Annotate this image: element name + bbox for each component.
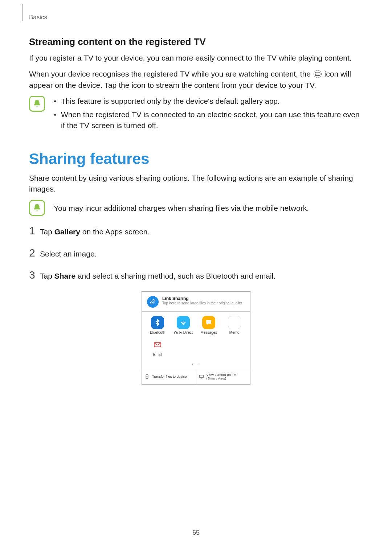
share-option-wifi-direct[interactable]: Wi-Fi Direct	[171, 316, 196, 335]
step-1-text: Tap Gallery on the Apps screen.	[40, 226, 150, 237]
smart-view-label-2: (Smart View)	[207, 377, 236, 380]
step-2-pre: Select an image.	[40, 250, 97, 258]
paragraph-sharing-intro: Share content by using various sharing o…	[29, 173, 363, 195]
paragraph-register-tv: If you register a TV to your device, you…	[29, 53, 363, 63]
svg-rect-2	[154, 342, 161, 347]
wifi-icon	[177, 316, 190, 329]
transfer-files-button[interactable]: Transfer files to device	[142, 369, 196, 384]
step-3-pre: Tap	[40, 272, 54, 280]
paragraph-icon-appear: When your device recognises the register…	[29, 69, 363, 91]
share-grid: Bluetooth Wi-Fi Direct Messages Memo	[142, 312, 250, 362]
note-item-socket: When the registered TV is connected to a…	[54, 109, 363, 131]
note-list: This feature is supported only by the de…	[54, 96, 363, 133]
step-number: 3	[29, 269, 40, 281]
step-2: 2 Select an image.	[29, 247, 363, 259]
tv-icon	[199, 374, 204, 379]
heading-sharing-features: Sharing features	[29, 150, 363, 168]
note-block-charges: You may incur additional charges when sh…	[29, 200, 363, 216]
bell-icon	[29, 96, 45, 112]
bluetooth-icon	[151, 316, 164, 329]
step-number: 1	[29, 225, 40, 237]
share-panel-figure: Link Sharing Tap here to send large file…	[142, 291, 250, 385]
share-label: Email	[145, 353, 171, 357]
share-label: Memo	[222, 331, 248, 335]
share-link-sharing-row[interactable]: Link Sharing Tap here to send large file…	[142, 292, 250, 312]
share-label: Bluetooth	[145, 331, 171, 335]
cast-icon	[314, 70, 322, 78]
step-1: 1 Tap Gallery on the Apps screen.	[29, 225, 363, 237]
step-1-bold: Gallery	[54, 227, 80, 236]
share-option-email[interactable]: Email	[145, 338, 171, 357]
smart-view-button[interactable]: View content on TV (Smart View)	[196, 369, 250, 384]
page-dots: ● ○	[142, 362, 250, 369]
share-option-memo[interactable]: Memo	[222, 316, 248, 335]
share-label: Wi-Fi Direct	[171, 331, 196, 335]
share-bottom-row: Transfer files to device View content on…	[142, 369, 250, 384]
step-2-text: Select an image.	[40, 249, 97, 259]
header-divider	[22, 4, 23, 21]
note-item-gallery: This feature is supported only by the de…	[54, 96, 363, 107]
paragraph-icon-appear-pre: When your device recognises the register…	[29, 70, 313, 78]
page-number: 65	[0, 529, 392, 537]
breadcrumb: Basics	[29, 14, 363, 21]
page-content: Basics Streaming content on the register…	[0, 0, 392, 385]
share-option-messages[interactable]: Messages	[196, 316, 222, 335]
step-1-pre: Tap	[40, 227, 54, 236]
transfer-files-label: Transfer files to device	[152, 375, 187, 378]
link-icon	[147, 296, 159, 308]
step-3-post: and select a sharing method, such as Blu…	[75, 272, 275, 280]
svg-point-1	[183, 324, 184, 325]
share-option-bluetooth[interactable]: Bluetooth	[145, 316, 171, 335]
link-sharing-title: Link Sharing	[162, 296, 243, 301]
step-3: 3 Tap Share and select a sharing method,…	[29, 269, 363, 282]
share-label: Messages	[196, 331, 222, 335]
device-icon	[144, 374, 150, 379]
messages-icon	[202, 316, 215, 329]
memo-icon	[228, 316, 241, 329]
subheading-streaming: Streaming content on the registered TV	[29, 36, 363, 48]
step-3-bold: Share	[54, 272, 75, 280]
link-sharing-sub: Tap here to send large files in their or…	[162, 301, 243, 305]
note-charges: You may incur additional charges when sh…	[54, 200, 363, 214]
step-number: 2	[29, 247, 40, 259]
bell-icon	[29, 200, 45, 216]
email-icon	[151, 338, 164, 351]
step-1-post: on the Apps screen.	[80, 227, 150, 236]
svg-rect-0	[315, 72, 320, 75]
svg-rect-4	[199, 375, 203, 378]
steps-list: 1 Tap Gallery on the Apps screen. 2 Sele…	[29, 225, 363, 282]
note-block-gallery: This feature is supported only by the de…	[29, 96, 363, 133]
step-3-text: Tap Share and select a sharing method, s…	[40, 271, 275, 282]
